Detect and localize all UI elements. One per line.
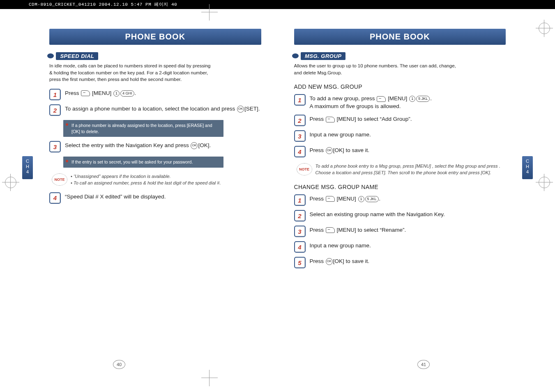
ok-key-icon: OK [326,258,333,265]
step-text: Press [MENU] to select “Rename”. [310,226,406,234]
page-spread: CH4 PHONE BOOK SPEED DIAL In idle mode, … [25,16,530,367]
step-3: 3 Select the entry with the Navigation K… [49,141,261,152]
tab-bullet-icon [47,53,54,60]
step-number: 2 [49,104,61,116]
page-title: PHONE BOOK [49,29,261,45]
soft-key-icon [326,196,335,202]
step-number: 4 [294,146,306,157]
note-text: To add a phone book entry to a Msg group… [315,163,506,176]
registration-mark-icon [539,23,550,34]
step-text: Select the entry with the Navigation Key… [65,141,211,150]
note-badge-icon: NOTE [52,173,67,186]
tab-bullet-icon [292,53,299,60]
step-number: 1 [294,94,306,106]
page-number: 41 [417,360,430,369]
section-intro: In idle mode, calls can be placed to num… [49,62,214,83]
step-text: Input a new group name. [310,241,371,250]
step-3: 3 Input a new group name. [294,130,506,142]
note-box: NOTE “Unassigned” appears if the locatio… [52,173,261,187]
key-5-icon: 5 JKL [365,196,379,202]
note-badge-icon: NOTE [297,163,312,175]
soft-key-icon [377,96,386,102]
step-text: Select an existing group name with the N… [310,210,445,219]
subsection-title: CHANGE MSG. GROUP NAME [294,184,506,190]
step-number: 2 [294,115,306,126]
key-1-icon: 1 [113,90,120,97]
document-sheet: CDM-8910_CRICKET_041210 2004.12.10 5:47 … [0,0,555,392]
step-number: 3 [294,226,306,237]
step-text: Press OK[OK] to save it. [310,257,370,265]
section-tab-row: MSG. GROUP [292,52,506,60]
key-1-icon: 1 [358,196,364,202]
step-text: Press [MENU] 15 JKL. [310,194,381,203]
doc-filename-bar: CDM-8910_CRICKET_041210 2004.12.10 5:47 … [0,0,555,9]
step-number: 3 [294,130,306,142]
step-note-text: If a phone number is already assigned to… [67,122,219,134]
step-5: 5 Press OK[OK] to save it. [294,257,506,268]
page-left: CH4 PHONE BOOK SPEED DIAL In idle mode, … [25,16,278,367]
ok-key-icon: OK [326,147,333,154]
note-text: “Unassigned” appears if the location is … [71,173,221,187]
key-1-icon: 1 [409,96,415,102]
step-number: 1 [294,194,306,206]
registration-mark-icon [5,177,16,188]
step-note: If a phone number is already assigned to… [63,120,223,137]
section-tab-row: SPEED DIAL [47,52,261,60]
ok-key-icon: OK [191,142,198,149]
bullet-icon [66,123,68,126]
step-2: 2 Select an existing group name with the… [294,210,506,221]
subsection-title: ADD NEW MSG. GROUP [294,83,506,90]
step-4: 4 Press OK[OK] to save it. [294,146,506,157]
section-title: MSG. GROUP [301,52,346,60]
svg-point-1 [292,53,299,58]
step-4: 4 Input a new group name. [294,241,506,253]
section-title: SPEED DIAL [56,52,98,60]
step-note: If the entry is set to secret, you will … [63,157,223,168]
step-number: 4 [294,241,306,253]
crop-mark-icon [201,370,218,386]
step-number: 1 [49,89,61,100]
section-intro: Allows the user to group up to 10 phone … [294,62,458,76]
chapter-badge: CH4 [22,156,33,179]
step-text: To add a new group, press [MENU] 15 JKL.… [310,94,432,111]
step-text: “Speed Dial # X edited” will be displaye… [65,192,166,201]
svg-point-0 [47,53,54,58]
key-4-icon: 4 GHI [120,90,134,97]
step-number: 4 [49,192,61,204]
ok-key-icon: OK [237,106,244,113]
step-4: 4 “Speed Dial # X edited” will be displa… [49,192,261,204]
step-1: 1 Press [MENU] 14 GHI. [49,89,261,100]
page-number: 40 [113,360,125,369]
note-box: NOTE To add a phone book entry to a Msg … [297,163,506,176]
chapter-badge: CH4 [522,156,533,179]
step-text: Input a new group name. [310,130,371,139]
key-5-icon: 5 JKL [416,96,430,102]
step-1: 1 Press [MENU] 15 JKL. [294,194,506,206]
step-number: 3 [49,141,61,152]
step-2: 2 To assign a phone number to a location… [49,104,261,116]
step-2: 2 Press [MENU] to select “Add Group”. [294,115,506,126]
page-right: CH4 PHONE BOOK MSG. GROUP Allows the use… [278,16,531,367]
registration-mark-icon [539,177,550,188]
step-text: To assign a phone number to a location, … [65,104,260,113]
step-note-text: If the entry is set to secret, you will … [67,159,219,165]
soft-key-icon [326,227,335,233]
step-text: Press [MENU] to select “Add Group”. [310,115,412,123]
step-text: Press OK[OK] to save it. [310,146,370,154]
step-number: 5 [294,257,306,268]
step-3: 3 Press [MENU] to select “Rename”. [294,226,506,237]
page-title: PHONE BOOK [294,29,506,45]
step-1: 1 To add a new group, press [MENU] 15 JK… [294,94,506,111]
soft-key-icon [326,117,335,122]
step-number: 2 [294,210,306,221]
soft-key-icon [81,90,90,96]
step-text: Press [MENU] 14 GHI. [65,89,136,97]
